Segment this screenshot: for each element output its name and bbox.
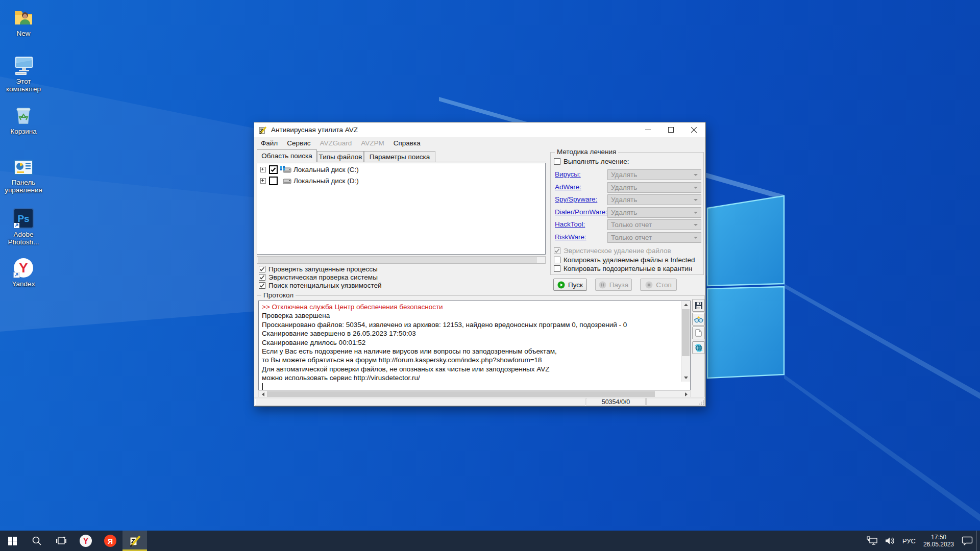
save-log-button[interactable]: [692, 299, 705, 312]
maximize-button[interactable]: [659, 122, 682, 137]
desktop-icon-photoshop[interactable]: Ps Adobe Photosh...: [3, 207, 44, 246]
option-vulnerability-search[interactable]: Поиск потенциальных уязвимостей: [259, 282, 381, 289]
tree-horizontal-scrollbar[interactable]: [257, 256, 546, 264]
text-caret: [262, 383, 263, 390]
scroll-thumb[interactable]: [682, 309, 690, 356]
new-log-button[interactable]: [692, 327, 705, 339]
log-line: Проверка завершена: [259, 311, 690, 320]
view-report-button[interactable]: [692, 313, 705, 325]
show-desktop-button[interactable]: [976, 531, 980, 551]
hacktool-action-select[interactable]: Только отчет: [607, 219, 701, 230]
log-line: Сканирование завершено в 26.05.2023 17:5…: [259, 329, 690, 338]
disk-tree[interactable]: Локальный диск (C:) Локальный диск (D:): [257, 163, 546, 255]
desktop-icon-label: New: [3, 30, 44, 37]
dialer-link[interactable]: Dialer/PornWare:: [555, 208, 607, 216]
chevron-down-icon: [694, 174, 698, 178]
start-button[interactable]: [0, 531, 24, 551]
avz-taskbar-button[interactable]: [122, 531, 147, 551]
menu-service[interactable]: Сервис: [282, 139, 315, 147]
search-icon: [32, 536, 42, 546]
protocol-log[interactable]: >> Отключена служба Центр обеспечения бе…: [258, 300, 691, 390]
log-line: Для автоматической проверки файлов, не о…: [259, 365, 690, 373]
search-button[interactable]: [24, 531, 49, 551]
avz-window: Антивирусная утилита AVZ Файл Сервис AVZ…: [254, 122, 706, 407]
tab-file-types[interactable]: Типы файлов: [317, 151, 364, 162]
option-label: Поиск потенциальных уязвимостей: [268, 282, 381, 289]
option-heuristic-check[interactable]: Эвристическая проверка системы: [259, 273, 378, 281]
action-center-button[interactable]: [958, 531, 976, 551]
control-panel-icon: [12, 158, 35, 178]
viruses-link[interactable]: Вирусы:: [555, 170, 581, 178]
option-label: Эвристическая проверка системы: [268, 273, 378, 281]
chevron-down-icon: [694, 187, 698, 191]
tab-search-area[interactable]: Область поиска: [257, 149, 317, 162]
volume-tray-button[interactable]: [881, 531, 899, 551]
expand-icon[interactable]: [260, 178, 266, 184]
desktop-icon-this-pc[interactable]: Этот компьютер: [3, 54, 44, 93]
adware-action-select[interactable]: Удалять: [607, 182, 701, 193]
dialer-action-select[interactable]: Удалять: [607, 207, 701, 218]
copy-to-infected-checkbox[interactable]: Копировать удаляемые файлы в Infected: [554, 256, 695, 264]
status-panel: [646, 398, 705, 406]
desktop-icon-new[interactable]: New: [3, 6, 44, 37]
stop-button: Стоп: [640, 279, 677, 291]
disk-c-checkbox[interactable]: [269, 165, 278, 174]
chevron-down-icon: [694, 224, 698, 228]
yandex-app-button[interactable]: Я: [98, 531, 122, 551]
menu-help[interactable]: Справка: [389, 139, 425, 147]
menu-avzpm: AVZPM: [356, 139, 389, 147]
option-check-processes[interactable]: Проверять запущенные процессы: [259, 265, 378, 273]
yandex-browser-button[interactable]: Y: [74, 531, 98, 551]
hacktool-link[interactable]: HackTool:: [555, 220, 585, 228]
menu-file[interactable]: Файл: [256, 139, 282, 147]
status-panel: [255, 398, 585, 406]
clock-date: 26.05.2023: [923, 541, 954, 548]
task-view-button[interactable]: [49, 531, 74, 551]
riskware-link[interactable]: RiskWare:: [555, 233, 586, 241]
check-label: Эвристическое удаление файлов: [564, 247, 671, 255]
copy-to-quarantine-checkbox[interactable]: Копировать подозрительные в карантин: [554, 265, 692, 272]
title-bar[interactable]: Антивирусная утилита AVZ: [254, 122, 705, 137]
perform-treatment-checkbox[interactable]: Выполнять лечение:: [554, 158, 629, 165]
system-disk-icon: [280, 166, 291, 174]
task-view-icon: [56, 537, 66, 545]
desktop-icon-control-panel[interactable]: Панель управления: [3, 158, 44, 194]
stop-icon: [645, 281, 653, 289]
pause-button: Пауза: [595, 279, 632, 291]
spyware-action-select[interactable]: Удалять: [607, 194, 701, 205]
network-tray-button[interactable]: [863, 531, 881, 551]
protocol-vertical-scrollbar[interactable]: [681, 301, 690, 382]
viruses-action-select[interactable]: Удалять: [607, 169, 701, 180]
yandex-icon: Y: [12, 257, 35, 279]
desktop-icon-recycle-bin[interactable]: Корзина: [3, 104, 44, 135]
desktop-icon-label: Adobe Photosh...: [3, 231, 44, 246]
upload-web-button[interactable]: [692, 341, 705, 354]
clock[interactable]: 17:50 26.05.2023: [919, 534, 958, 548]
minimize-button[interactable]: [636, 122, 659, 137]
desktop-icon-label: Yandex: [3, 280, 44, 288]
adware-link[interactable]: AdWare:: [555, 183, 581, 191]
chevron-down-icon: [694, 199, 698, 203]
status-counter: 50354/0/0: [586, 398, 646, 406]
save-log-icon: [695, 302, 703, 310]
log-line: Сканирование длилось 00:01:52: [259, 338, 690, 347]
spyware-link[interactable]: Spy/Spyware:: [555, 195, 597, 203]
scroll-up-arrow[interactable]: [681, 301, 690, 309]
language-indicator[interactable]: РУС: [899, 531, 919, 551]
desktop-icon-yandex[interactable]: Y Yandex: [3, 257, 44, 288]
expand-icon[interactable]: [260, 167, 266, 172]
disk-c-label: Локальный диск (C:): [293, 166, 359, 173]
tree-row-disk-d[interactable]: Локальный диск (D:): [257, 176, 545, 186]
start-button[interactable]: Пуск: [553, 279, 587, 291]
protocol-group-title: Протокол: [261, 291, 296, 299]
riskware-action-select[interactable]: Только отчет: [607, 232, 701, 243]
resize-grip[interactable]: [699, 400, 704, 405]
tree-row-disk-c[interactable]: Локальный диск (C:): [257, 165, 545, 174]
yandex-browser-icon: Y: [79, 534, 92, 547]
disk-d-checkbox[interactable]: [269, 177, 278, 185]
scroll-down-arrow[interactable]: [681, 374, 690, 382]
disk-d-label: Локальный диск (D:): [293, 177, 359, 185]
tab-search-params[interactable]: Параметры поиска: [364, 151, 435, 162]
svg-text:Y: Y: [19, 260, 28, 276]
close-button[interactable]: [682, 122, 705, 137]
